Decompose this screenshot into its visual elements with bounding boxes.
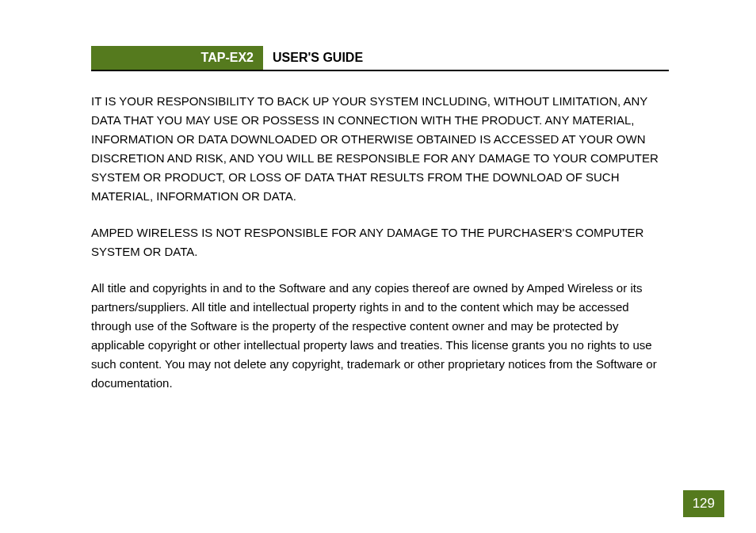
body-content: IT IS YOUR RESPONSIBILITY TO BACK UP YOU… [91,92,669,393]
paragraph-1: IT IS YOUR RESPONSIBILITY TO BACK UP YOU… [91,92,669,206]
header-title: USER'S GUIDE [263,46,372,70]
header-product-text: TAP-EX2 [201,51,254,65]
header-bar: TAP-EX2 USER'S GUIDE [91,46,669,71]
header-title-text: USER'S GUIDE [273,51,363,65]
document-page: TAP-EX2 USER'S GUIDE IT IS YOUR RESPONSI… [0,0,756,533]
page-number-text: 129 [693,496,715,511]
header-product-badge: TAP-EX2 [91,46,263,70]
paragraph-2: AMPED WIRELESS IS NOT RESPONSIBLE FOR AN… [91,223,669,261]
page-number-badge: 129 [683,490,724,517]
paragraph-3: All title and copyrights in and to the S… [91,279,669,393]
